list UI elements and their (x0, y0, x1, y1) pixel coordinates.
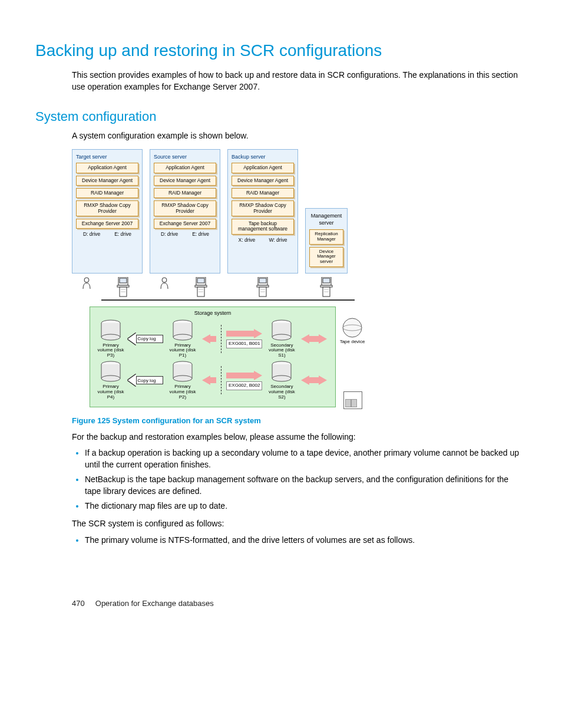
server-title: Backup server (232, 153, 294, 161)
volume-label: Secondary volume (disk S1) (269, 342, 295, 358)
copy-log-label: Copy log (137, 335, 156, 342)
exg-label: EXG001, B001 (226, 340, 262, 348)
agent-box: Device Manager Agent (76, 176, 138, 186)
page-number: 470 (72, 599, 85, 608)
agent-box: Device Manager Agent (154, 176, 216, 186)
volume-label: Primary volume (disk P1) (170, 342, 196, 358)
footer-title: Operation for Exchange databases (95, 599, 214, 608)
dashed-divider (221, 325, 222, 353)
volume-label: Primary volume (disk P2) (170, 384, 196, 400)
assumptions-list: If a backup operation is backing up a se… (72, 447, 527, 512)
agent-box: Device Manager server (309, 247, 343, 267)
storage-title: Storage system (95, 309, 330, 317)
source-server-block: Source server Application Agent Device M… (150, 149, 220, 274)
sync-arrow-icon (319, 334, 327, 344)
tape-library-icon (343, 391, 362, 409)
mgmt-computer-icon (305, 277, 348, 297)
list-item: If a backup operation is backing up a se… (85, 447, 527, 470)
sync-arrow-icon (209, 377, 216, 383)
copy-log-arrow: Copy log (130, 375, 163, 386)
system-diagram: Target server Application Agent Device M… (72, 149, 527, 408)
sync-arrow-icon (226, 331, 255, 337)
agent-box: Device Manager Agent (232, 176, 294, 186)
sysconfig-lead: A system configuration example is shown … (72, 130, 527, 142)
copy-log-arrow: Copy log (130, 334, 163, 344)
backup-computer-icon (227, 277, 298, 297)
agent-box: RAID Manager (76, 188, 138, 198)
drive-label: D: drive (83, 231, 100, 238)
agent-box: RMXP Shadow Copy Provider (232, 200, 294, 216)
agent-box: RAID Manager (154, 188, 216, 198)
agent-box: Replication Manager (309, 229, 343, 245)
drive-label: D: drive (161, 231, 178, 238)
sync-arrow-icon (308, 377, 320, 383)
agent-box: Tape backup management software (232, 219, 294, 235)
server-title: Target server (76, 153, 138, 161)
agent-box: Exchange Server 2007 (76, 219, 138, 229)
agent-box: Application Agent (154, 163, 216, 173)
sync-arrow-icon (209, 336, 216, 342)
list-item: NetBackup is the tape backup management … (85, 474, 527, 497)
assume-intro: For the backup and restoration examples … (72, 431, 527, 443)
tape-label: Tape device (340, 339, 365, 344)
intro-paragraph: This section provides examples of how to… (72, 70, 527, 93)
agent-box: Application Agent (232, 163, 294, 173)
drive-label: X: drive (239, 237, 256, 244)
target-computer-icon (72, 277, 143, 297)
storage-system-block: Storage system Primary volume (disk P3) … (90, 307, 336, 407)
copy-log-label: Copy log (137, 377, 156, 384)
figure-caption: Figure 125 System configuration for an S… (72, 416, 527, 426)
network-line (101, 299, 355, 301)
drive-label: E: drive (114, 231, 131, 238)
primary-volume-p3: Primary volume (disk P3) (95, 319, 127, 358)
drive-label: W: drive (269, 237, 287, 244)
backup-server-block: Backup server Application Agent Device M… (227, 149, 298, 274)
agent-box: RAID Manager (232, 188, 294, 198)
server-title: Management server (309, 212, 343, 227)
management-server-block: Management server Replication Manager De… (305, 208, 348, 274)
volume-label: Primary volume (disk P3) (98, 342, 124, 358)
agent-box: Exchange Server 2007 (154, 219, 216, 229)
sync-arrow-icon (254, 329, 262, 338)
primary-volume-p1: Primary volume (disk P1) (167, 319, 199, 358)
secondary-volume-s2: Secondary volume (disk S2) (266, 361, 297, 400)
source-computer-icon (150, 277, 220, 297)
server-title: Source server (154, 153, 216, 161)
page-footer: 470 Operation for Exchange databases (72, 599, 527, 608)
dashed-divider (221, 366, 222, 394)
volume-label: Primary volume (disk P4) (98, 384, 124, 400)
primary-volume-p2: Primary volume (disk P2) (167, 361, 199, 400)
secondary-volume-s1: Secondary volume (disk S1) (266, 319, 297, 358)
primary-volume-p4: Primary volume (disk P4) (95, 361, 127, 400)
page-title: Backing up and restoring in SCR configur… (35, 41, 527, 60)
target-server-block: Target server Application Agent Device M… (72, 149, 143, 274)
section-heading: System configuration (35, 109, 527, 124)
list-item: The primary volume is NTFS-formatted, an… (85, 535, 527, 546)
sync-arrow-icon (319, 375, 327, 385)
scr-configured: The SCR system is configured as follows: (72, 518, 527, 530)
agent-box: Application Agent (76, 163, 138, 173)
list-item: The dictionary map files are up to date. (85, 500, 527, 512)
sync-arrow-icon (226, 373, 255, 378)
drive-label: E: drive (192, 231, 209, 238)
tape-device: Tape device (338, 317, 367, 345)
agent-box: RMXP Shadow Copy Provider (154, 200, 216, 216)
exg-label: EXG002, B002 (226, 381, 262, 390)
sync-arrow-icon (254, 371, 262, 380)
volume-label: Secondary volume (disk S2) (269, 384, 295, 400)
sync-arrow-icon (308, 336, 320, 342)
agent-box: RMXP Shadow Copy Provider (76, 200, 138, 216)
config-list: The primary volume is NTFS-formatted, an… (72, 535, 527, 546)
